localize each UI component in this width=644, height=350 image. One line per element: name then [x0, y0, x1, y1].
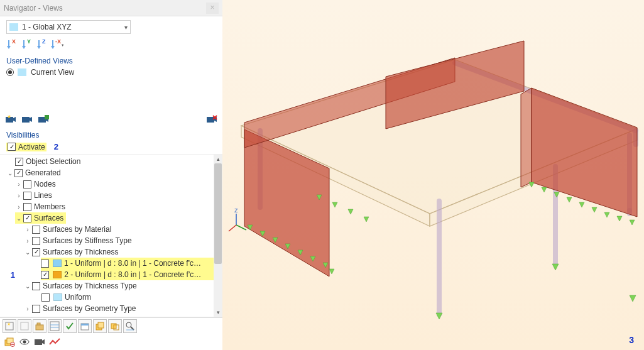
tree-lines[interactable]: › Lines [6, 190, 214, 201]
scroll-up-icon[interactable]: ▴ [214, 155, 222, 163]
tree-surfaces[interactable]: ⌄ Surfaces [6, 212, 214, 224]
activate-row[interactable]: Activate 2 [0, 141, 222, 154]
checkbox[interactable] [32, 305, 40, 313]
tab-camera-button[interactable] [33, 335, 46, 349]
annotation-3: 3 [629, 335, 634, 345]
tree-nodes[interactable]: › Nodes [6, 178, 214, 190]
view-swatch-icon [9, 23, 18, 31]
tool-button-layers[interactable] [93, 319, 107, 333]
axis-z-button[interactable]: Z [35, 38, 49, 50]
expand-icon[interactable]: › [24, 305, 31, 312]
visibility-tree: Object Selection ⌄ Generated › Nodes › [0, 155, 214, 317]
svg-text:Y: Y [27, 38, 31, 45]
checkbox[interactable] [15, 158, 23, 166]
expand-icon[interactable]: › [15, 180, 23, 188]
collapse-icon[interactable]: ⌄ [15, 214, 23, 222]
visibility-toolbar: ★ [0, 317, 222, 334]
collapse-icon[interactable]: ⌄ [6, 169, 14, 177]
svg-point-47 [23, 341, 26, 344]
svg-marker-10 [51, 46, 55, 49]
checkbox[interactable] [32, 248, 40, 256]
axis-toolbar: X Y Z -X▾ [0, 36, 222, 54]
annotation-1: 1 [6, 270, 15, 280]
svg-marker-7 [37, 46, 41, 49]
color-swatch-icon [53, 293, 62, 301]
collapse-icon[interactable]: ⌄ [24, 282, 31, 290]
activate-checkbox[interactable] [8, 143, 16, 151]
tree-uniform[interactable]: Uniform [6, 292, 214, 303]
checkbox[interactable] [41, 293, 50, 302]
tool-button-check[interactable] [63, 319, 77, 333]
axis-y-button[interactable]: Y [20, 38, 34, 50]
expand-icon[interactable]: › [15, 203, 23, 211]
tree-thickness-2[interactable]: 1 2 - Uniform | d : 8.0 in | 1 - Concret… [6, 269, 214, 280]
checkbox[interactable] [23, 203, 31, 211]
tab-eye-button[interactable] [18, 335, 31, 349]
tree-surfaces-by-thickness[interactable]: ⌄ Surfaces by Thickness [6, 246, 214, 258]
svg-point-39 [126, 322, 131, 327]
axis-x-button[interactable]: X [5, 38, 19, 50]
tool-button-6[interactable] [78, 319, 92, 333]
axis-minus-x-button[interactable]: -X▾ [50, 38, 64, 50]
checkbox[interactable] [23, 192, 31, 200]
checkbox[interactable] [32, 226, 40, 234]
tool-button-2[interactable] [18, 319, 31, 333]
svg-marker-17 [30, 117, 32, 122]
tree-surfaces-by-material[interactable]: › Surfaces by Material [6, 224, 214, 235]
scroll-down-icon[interactable]: ▾ [214, 308, 222, 317]
collapse-icon[interactable]: ⌄ [24, 248, 31, 256]
tree-members[interactable]: › Members [6, 201, 214, 212]
annotation-2: 2 [54, 142, 58, 151]
checkbox[interactable] [41, 260, 49, 268]
tree-surfaces-by-thickness-type[interactable]: ⌄ Surfaces by Thickness Type [6, 280, 214, 292]
checkbox[interactable] [41, 271, 49, 279]
tree-surfaces-by-stiffness[interactable]: › Surfaces by Stiffness Type [6, 235, 214, 246]
tree-thickness-1[interactable]: 1 - Uniform | d : 8.0 in | 1 - Concrete … [6, 258, 214, 269]
global-view-dropdown[interactable]: 1 - Global XYZ ▾ [6, 20, 131, 34]
checkbox[interactable] [14, 169, 23, 177]
tab-chart-button[interactable] [48, 335, 62, 349]
dropdown-value: 1 - Global XYZ [22, 23, 72, 31]
tree-object-selection[interactable]: Object Selection [6, 156, 214, 167]
svg-rect-36 [98, 322, 104, 328]
scroll-thumb[interactable] [214, 163, 222, 264]
svg-rect-28 [36, 325, 43, 330]
svg-rect-30 [50, 322, 59, 331]
close-button[interactable]: × [206, 3, 219, 14]
expand-icon[interactable]: › [24, 237, 31, 244]
tool-button-1[interactable]: ★ [3, 319, 16, 333]
svg-text:▾: ▾ [62, 43, 63, 47]
tool-button-3[interactable] [33, 319, 46, 333]
checkbox[interactable] [23, 214, 31, 222]
svg-text:★: ★ [7, 115, 11, 119]
svg-rect-34 [81, 324, 89, 325]
svg-marker-65 [521, 88, 532, 187]
tool-button-4[interactable] [48, 319, 62, 333]
tab-layers-button[interactable] [3, 335, 16, 349]
checkbox[interactable] [32, 282, 40, 290]
camera-add-button[interactable]: ★ [4, 113, 18, 126]
camera-delete-button[interactable] [205, 113, 219, 126]
camera-button[interactable] [20, 113, 34, 126]
expand-icon[interactable]: › [24, 226, 31, 233]
expand-icon[interactable]: › [15, 192, 23, 199]
tree-generated[interactable]: ⌄ Generated [6, 167, 214, 178]
tool-button-overlap[interactable] [108, 319, 122, 333]
panel-title: Navigator - Views [4, 4, 63, 13]
checkbox[interactable] [32, 237, 40, 245]
current-view-radio[interactable] [6, 68, 14, 76]
svg-marker-49 [42, 339, 45, 344]
tree-surfaces-by-geometry[interactable]: › Surfaces by Geometry Type [6, 303, 214, 314]
model-viewport[interactable]: Z 3 [222, 0, 644, 350]
model-canvas: Z [222, 0, 644, 350]
color-swatch-icon [53, 260, 62, 267]
current-view-row[interactable]: Current View [0, 67, 222, 80]
tree-scrollbar[interactable]: ▴ ▾ [214, 155, 222, 317]
checkbox[interactable] [23, 180, 31, 189]
svg-rect-29 [37, 323, 40, 325]
svg-text:X: X [12, 38, 16, 45]
camera-toolbar: ★ [0, 112, 222, 128]
camera-green-button[interactable] [36, 113, 50, 126]
titlebar: Navigator - Views × [0, 0, 222, 16]
tool-button-scope[interactable] [123, 319, 137, 333]
